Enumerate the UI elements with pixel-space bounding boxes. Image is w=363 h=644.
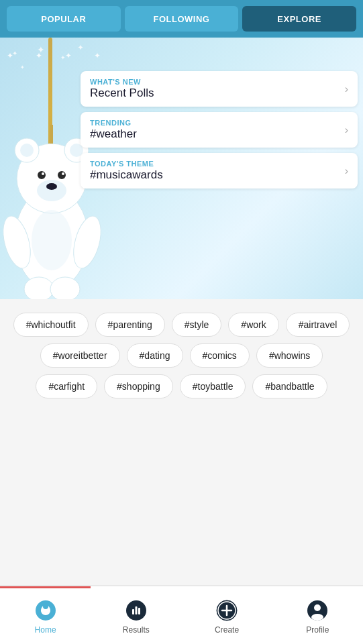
tag-pill[interactable]: #shopping bbox=[104, 374, 173, 398]
svg-rect-23 bbox=[138, 608, 140, 614]
top-tab-bar: POPULAR FOLLOWING EXPLORE bbox=[0, 0, 363, 38]
tag-pill[interactable]: #work bbox=[228, 313, 278, 337]
tag-pill[interactable]: #style bbox=[172, 313, 222, 337]
trending-label: TRENDING bbox=[90, 119, 340, 127]
tag-pill[interactable]: #toybattle bbox=[180, 374, 246, 398]
nav-results-label: Results bbox=[123, 625, 150, 635]
create-icon bbox=[215, 598, 239, 623]
tag-pill[interactable]: #woreitbetter bbox=[40, 343, 120, 368]
tag-pill[interactable]: #bandbattle bbox=[252, 374, 327, 398]
nav-home[interactable]: Home bbox=[0, 586, 91, 644]
tag-pill[interactable]: #airtravel bbox=[286, 313, 350, 337]
chevron-right-icon: › bbox=[345, 124, 348, 136]
svg-point-17 bbox=[32, 210, 72, 270]
nav-profile-label: Profile bbox=[306, 625, 329, 635]
sparkle-icon: ✦ bbox=[60, 54, 66, 61]
svg-point-6 bbox=[37, 180, 66, 201]
todays-theme-card[interactable]: TODAY'S THEME #musicawards › bbox=[81, 153, 358, 189]
svg-point-7 bbox=[38, 171, 46, 179]
hero-section: ✦ ✦ ✦ ✦ ✦ bbox=[0, 38, 363, 299]
tab-following[interactable]: FOLLOWING bbox=[125, 6, 239, 32]
trending-value: #weather bbox=[90, 127, 340, 141]
nav-profile[interactable]: Profile bbox=[272, 586, 363, 644]
whats-new-label: WHAT'S NEW bbox=[90, 78, 340, 86]
svg-point-30 bbox=[311, 614, 323, 621]
profile-icon bbox=[305, 598, 329, 623]
tag-pill[interactable]: #dating bbox=[127, 343, 183, 368]
tag-pill[interactable]: #parenting bbox=[95, 313, 165, 337]
svg-rect-21 bbox=[132, 609, 134, 614]
nav-create[interactable]: Create bbox=[182, 586, 272, 644]
sparkle-icon: ✦ bbox=[37, 44, 45, 55]
nav-home-label: Home bbox=[35, 625, 56, 635]
sparkle-icon: ✦ bbox=[12, 50, 17, 57]
tag-pill[interactable]: #whowins bbox=[256, 343, 323, 368]
trending-card[interactable]: TRENDING #weather › bbox=[81, 112, 358, 148]
info-cards: WHAT'S NEW Recent Polls › TRENDING #weat… bbox=[81, 71, 363, 189]
tag-pill[interactable]: #comics bbox=[190, 343, 250, 368]
svg-rect-22 bbox=[135, 606, 137, 614]
tab-explore[interactable]: EXPLORE bbox=[242, 6, 356, 32]
svg-point-8 bbox=[42, 172, 44, 175]
sparkle-icon: ✦ bbox=[20, 64, 25, 70]
results-icon bbox=[124, 598, 148, 623]
todays-theme-label: TODAY'S THEME bbox=[90, 160, 340, 168]
sparkle-icon: ✦ bbox=[77, 43, 84, 52]
whats-new-card[interactable]: WHAT'S NEW Recent Polls › bbox=[81, 71, 358, 107]
svg-point-19 bbox=[43, 604, 48, 609]
whats-new-value: Recent Polls bbox=[90, 87, 340, 100]
tag-pill[interactable]: #whichoutfit bbox=[13, 313, 89, 337]
nav-results[interactable]: Results bbox=[91, 586, 181, 644]
tag-pill[interactable]: #carfight bbox=[36, 374, 97, 398]
svg-point-10 bbox=[62, 172, 64, 175]
tags-section: #whichoutfit#parenting#style#work#airtra… bbox=[0, 299, 363, 588]
svg-point-9 bbox=[58, 171, 66, 179]
todays-theme-value: #musicawards bbox=[90, 168, 340, 182]
bottom-nav: Home Results Create bbox=[0, 585, 363, 644]
svg-point-11 bbox=[46, 183, 57, 190]
svg-point-29 bbox=[314, 604, 321, 611]
svg-point-14 bbox=[24, 277, 54, 299]
nav-create-label: Create bbox=[215, 625, 239, 635]
tab-popular[interactable]: POPULAR bbox=[7, 6, 121, 32]
chevron-right-icon: › bbox=[345, 83, 348, 95]
chevron-right-icon: › bbox=[345, 165, 348, 177]
tags-grid: #whichoutfit#parenting#style#work#airtra… bbox=[11, 313, 352, 398]
home-icon bbox=[34, 598, 58, 623]
svg-point-3 bbox=[20, 144, 34, 157]
svg-point-15 bbox=[50, 277, 80, 299]
